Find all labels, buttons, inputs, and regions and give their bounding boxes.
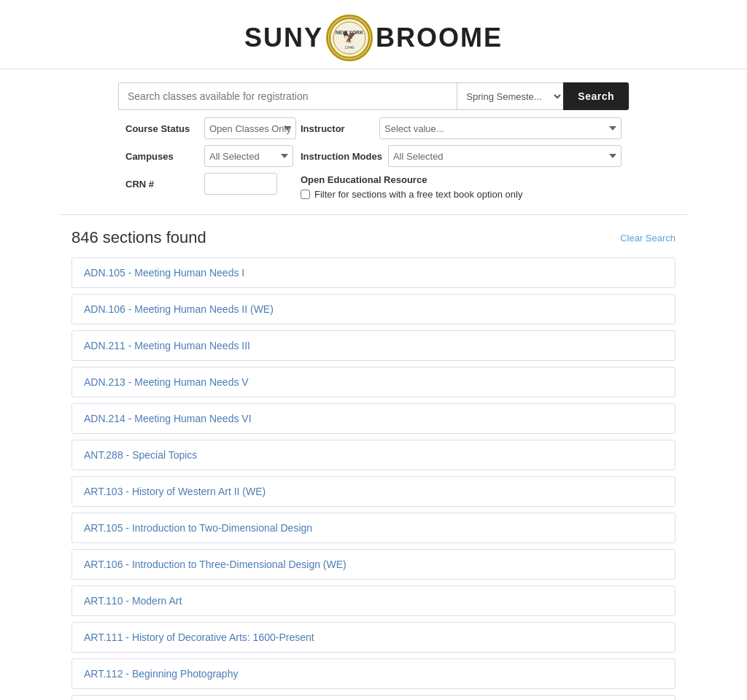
course-item[interactable]: ART.103 - History of Western Art II (WE) <box>71 476 676 507</box>
oe-checkbox[interactable] <box>301 190 310 199</box>
instruction-modes-row: Instruction Modes All Selected <box>301 145 622 167</box>
course-link[interactable]: ADN.214 - Meeting Human Needs VI <box>84 413 252 424</box>
course-item[interactable]: ART.111 - History of Decorative Arts: 16… <box>71 622 676 653</box>
instructor-select[interactable]: Select value... <box>379 117 622 139</box>
search-button[interactable]: Search <box>563 82 629 110</box>
course-link[interactable]: ART.106 - Introduction to Three-Dimensio… <box>84 559 347 570</box>
crn-input[interactable] <box>204 173 277 195</box>
instruction-modes-label: Instruction Modes <box>301 151 382 162</box>
course-link[interactable]: ART.110 - Modern Art <box>84 595 182 607</box>
course-status-row: Course Status Open Classes Only All Clas… <box>125 117 293 139</box>
filter-grid: Course Status Open Classes Only All Clas… <box>125 117 622 201</box>
results-count: 846 sections found <box>71 228 206 247</box>
search-bar: Spring Semeste... Fall Semester Summer S… <box>118 82 629 110</box>
course-item[interactable]: ANT.288 - Special Topics <box>71 440 676 470</box>
course-item[interactable]: ART.106 - Introduction to Three-Dimensio… <box>71 549 676 580</box>
filters-container: Course Status Open Classes Only All Clas… <box>118 117 629 201</box>
left-filters-col: Course Status Open Classes Only All Clas… <box>125 117 293 201</box>
course-link[interactable]: ART.105 - Introduction to Two-Dimensiona… <box>84 522 312 534</box>
course-status-select[interactable]: Open Classes Only All Classes <box>204 117 296 139</box>
search-input[interactable] <box>118 82 457 110</box>
oe-checkbox-text: Filter for sections with a free text boo… <box>314 188 522 201</box>
results-header: 846 sections found Clear Search <box>71 228 676 247</box>
course-item[interactable]: ART.113 - Studio Practice <box>71 695 676 700</box>
campuses-row: Campuses All Selected <box>125 145 293 167</box>
course-item[interactable]: ADN.213 - Meeting Human Needs V <box>71 367 676 397</box>
logo-area: SUNY NEW YORK 🦅 1946 BROOME <box>0 15 747 61</box>
course-item[interactable]: ADN.106 - Meeting Human Needs II (WE) <box>71 294 676 324</box>
course-status-label: Course Status <box>125 123 198 134</box>
oe-checkbox-row: Filter for sections with a free text boo… <box>301 188 622 201</box>
course-item[interactable]: ART.112 - Beginning Photography <box>71 658 676 689</box>
semester-dropdown[interactable]: Spring Semeste... Fall Semester Summer S… <box>457 82 563 110</box>
course-link[interactable]: ART.112 - Beginning Photography <box>84 668 238 680</box>
oe-resource-section: Open Educational Resource Filter for sec… <box>301 173 622 201</box>
course-item[interactable]: ART.110 - Modern Art <box>71 586 676 616</box>
course-item[interactable]: ART.105 - Introduction to Two-Dimensiona… <box>71 513 676 543</box>
right-filters-col: Instructor Select value... Instruction M… <box>293 117 622 201</box>
campuses-label: Campuses <box>125 151 198 162</box>
logo-seal: NEW YORK 🦅 1946 <box>326 15 373 61</box>
seal-svg: NEW YORK 🦅 1946 <box>328 17 371 59</box>
clear-search-link[interactable]: Clear Search <box>620 233 676 244</box>
campuses-select[interactable]: All Selected <box>204 145 293 167</box>
course-link[interactable]: ADN.106 - Meeting Human Needs II (WE) <box>84 303 274 315</box>
crn-label: CRN # <box>125 179 198 190</box>
course-link[interactable]: ART.111 - History of Decorative Arts: 16… <box>84 631 314 643</box>
results-area: 846 sections found Clear Search ADN.105 … <box>60 228 687 700</box>
divider <box>60 214 687 215</box>
oe-resource-label: Open Educational Resource <box>301 174 622 185</box>
course-link[interactable]: ANT.288 - Special Topics <box>84 449 197 461</box>
course-link[interactable]: ADN.213 - Meeting Human Needs V <box>84 376 249 388</box>
instructor-label: Instructor <box>301 123 374 134</box>
logo-text-right: BROOME <box>376 23 503 53</box>
course-link[interactable]: ADN.105 - Meeting Human Needs I <box>84 267 244 279</box>
course-item[interactable]: ADN.211 - Meeting Human Needs III <box>71 330 676 361</box>
course-link[interactable]: ART.103 - History of Western Art II (WE) <box>84 486 266 497</box>
course-item[interactable]: ADN.214 - Meeting Human Needs VI <box>71 403 676 434</box>
instruction-modes-select[interactable]: All Selected <box>388 145 622 167</box>
header: SUNY NEW YORK 🦅 1946 BROOME <box>0 0 747 69</box>
logo-text-left: SUNY <box>244 23 323 53</box>
course-item[interactable]: ADN.105 - Meeting Human Needs I <box>71 257 676 288</box>
svg-text:1946: 1946 <box>344 45 355 50</box>
instructor-row: Instructor Select value... <box>301 117 622 139</box>
course-list: ADN.105 - Meeting Human Needs IADN.106 -… <box>71 257 676 700</box>
crn-row: CRN # <box>125 173 293 195</box>
course-link[interactable]: ADN.211 - Meeting Human Needs III <box>84 340 250 351</box>
svg-text:🦅: 🦅 <box>342 30 357 44</box>
